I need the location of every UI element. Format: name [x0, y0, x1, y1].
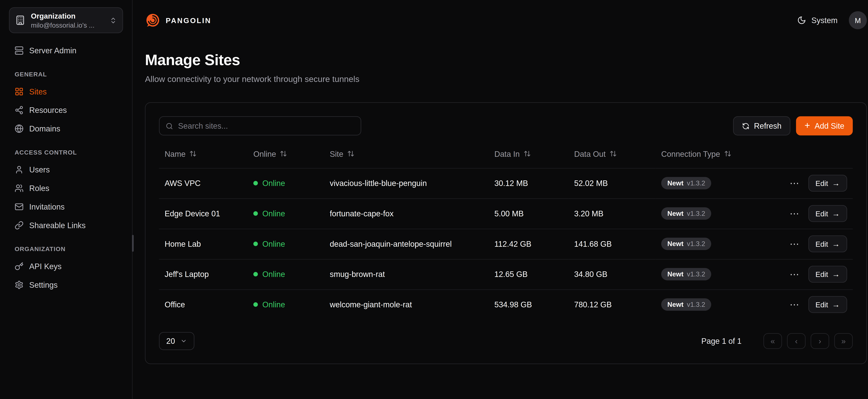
- edit-button[interactable]: Edit →: [808, 205, 847, 222]
- sidebar-item-resources[interactable]: Resources: [9, 100, 123, 119]
- edit-button[interactable]: Edit →: [808, 296, 847, 313]
- sites-card: Refresh + Add Site Name Online: [145, 102, 867, 364]
- site-tunnel-cell: welcome-giant-mole-rat: [324, 289, 489, 319]
- plus-icon: +: [804, 121, 810, 130]
- page-info: Page 1 of 1: [701, 336, 742, 345]
- site-name-cell: Home Lab: [159, 229, 248, 259]
- brand-home-link[interactable]: PANGOLIN: [145, 12, 211, 28]
- globe-icon: [14, 124, 24, 133]
- sidebar-item-users[interactable]: Users: [9, 160, 123, 179]
- column-header-site[interactable]: Site: [324, 140, 489, 168]
- pagination-first-button[interactable]: «: [764, 333, 782, 349]
- sort-icon: [190, 150, 197, 157]
- site-data-out-cell: 141.68 GB: [568, 229, 656, 259]
- theme-toggle-button[interactable]: System: [797, 16, 838, 25]
- sidebar-item-invitations[interactable]: Invitations: [9, 197, 123, 216]
- sidebar-item-label: Users: [29, 165, 50, 174]
- site-data-out-cell: 780.12 GB: [568, 289, 656, 319]
- sidebar-item-domains[interactable]: Domains: [9, 119, 123, 138]
- online-dot-icon: [253, 181, 258, 185]
- sidebar-item-roles[interactable]: Roles: [9, 179, 123, 197]
- sidebar-item-shareable-links[interactable]: Shareable Links: [9, 216, 123, 235]
- arrow-right-icon: →: [832, 300, 840, 309]
- site-status-cell: Online: [248, 198, 324, 229]
- add-site-button[interactable]: + Add Site: [796, 116, 853, 135]
- pagination-next-button[interactable]: ›: [811, 333, 829, 349]
- site-connection-cell: Newtv1.3.2: [655, 289, 788, 319]
- sort-icon: [280, 150, 287, 157]
- site-data-out-cell: 3.20 MB: [568, 198, 656, 229]
- org-picker-texts: Organization milo@fossorial.io's ...: [31, 11, 104, 29]
- row-menu-button[interactable]: ⋯: [788, 208, 801, 219]
- pangolin-logo: [145, 12, 161, 28]
- row-menu-button[interactable]: ⋯: [788, 268, 801, 280]
- sidebar-item-api-keys[interactable]: API Keys: [9, 257, 123, 275]
- row-menu-button[interactable]: ⋯: [788, 299, 801, 310]
- pagination-prev-button[interactable]: ‹: [787, 333, 806, 349]
- column-header-connection-type[interactable]: Connection Type: [655, 140, 788, 168]
- resources-icon: [14, 105, 24, 115]
- brand-name: PANGOLIN: [166, 16, 212, 25]
- gear-icon: [14, 280, 24, 289]
- add-site-label: Add Site: [814, 121, 844, 130]
- section-label-general: GENERAL: [9, 71, 123, 78]
- edit-label: Edit: [815, 300, 828, 309]
- app-root: Organization milo@fossorial.io's ... Ser…: [0, 0, 868, 399]
- edit-label: Edit: [815, 209, 828, 218]
- site-status-cell: Online: [248, 168, 324, 198]
- edit-button[interactable]: Edit →: [808, 266, 847, 283]
- page-title: Manage Sites: [145, 52, 867, 69]
- connection-type-badge: Newtv1.3.2: [661, 268, 711, 280]
- connection-type-badge: Newtv1.3.2: [661, 298, 711, 311]
- sidebar-item-label: Shareable Links: [29, 220, 86, 229]
- site-actions-cell: ⋯ Edit →: [788, 229, 853, 259]
- avatar[interactable]: M: [849, 11, 867, 29]
- last-page-icon: »: [841, 336, 846, 345]
- column-header-data-in[interactable]: Data In: [489, 140, 568, 168]
- sites-table-body: AWS VPC Online vivacious-little-blue-pen…: [159, 168, 853, 319]
- table-row: Edge Device 01 Online fortunate-cape-fox…: [159, 198, 853, 229]
- site-connection-cell: Newtv1.3.2: [655, 229, 788, 259]
- site-name-cell: Edge Device 01: [159, 198, 248, 229]
- refresh-label: Refresh: [754, 121, 781, 130]
- table-row: Jeff's Laptop Online smug-brown-rat 12.6…: [159, 259, 853, 289]
- ellipsis-icon: ⋯: [790, 178, 799, 188]
- site-data-out-cell: 52.02 MB: [568, 168, 656, 198]
- site-actions-cell: ⋯ Edit →: [788, 259, 853, 289]
- site-data-in-cell: 112.42 GB: [489, 229, 568, 259]
- search-input[interactable]: [178, 121, 354, 130]
- pagination-last-button[interactable]: »: [834, 333, 853, 349]
- arrow-right-icon: →: [832, 240, 840, 248]
- sidebar-item-sites[interactable]: Sites: [9, 82, 123, 100]
- column-label: Online: [253, 149, 276, 158]
- sidebar-item-label: Server Admin: [29, 46, 76, 55]
- page-size-select[interactable]: 20: [159, 332, 194, 350]
- sort-icon: [724, 150, 732, 157]
- edit-button[interactable]: Edit →: [808, 175, 847, 191]
- refresh-button[interactable]: Refresh: [733, 116, 790, 135]
- sidebar-item-server-admin[interactable]: Server Admin: [9, 41, 123, 60]
- row-menu-button[interactable]: ⋯: [788, 238, 801, 250]
- org-picker[interactable]: Organization milo@fossorial.io's ...: [9, 7, 123, 33]
- table-row: Home Lab Online dead-san-joaquin-antelop…: [159, 229, 853, 259]
- site-status-cell: Online: [248, 229, 324, 259]
- edit-button[interactable]: Edit →: [808, 236, 847, 252]
- server-icon: [14, 46, 24, 55]
- column-header-name[interactable]: Name: [159, 140, 248, 168]
- column-header-data-out[interactable]: Data Out: [568, 140, 656, 168]
- search-icon: [166, 122, 173, 129]
- column-label: Name: [164, 149, 186, 158]
- page-head: Manage Sites Allow connectivity to your …: [145, 52, 867, 84]
- sidebar-item-label: Settings: [29, 280, 58, 289]
- sidebar-nav: Server Admin GENERAL Sites Resources Dom…: [9, 41, 123, 294]
- sidebar-item-settings[interactable]: Settings: [9, 275, 123, 294]
- ellipsis-icon: ⋯: [790, 269, 799, 279]
- page-subtitle: Allow connectivity to your network throu…: [145, 74, 867, 84]
- site-actions-cell: ⋯ Edit →: [788, 168, 853, 198]
- site-data-in-cell: 534.98 GB: [489, 289, 568, 319]
- org-subtitle: milo@fossorial.io's ...: [31, 21, 104, 29]
- column-header-online[interactable]: Online: [248, 140, 324, 168]
- row-menu-button[interactable]: ⋯: [788, 177, 801, 189]
- chevron-down-icon: [180, 337, 187, 344]
- sidebar-scrollbar[interactable]: [132, 235, 134, 252]
